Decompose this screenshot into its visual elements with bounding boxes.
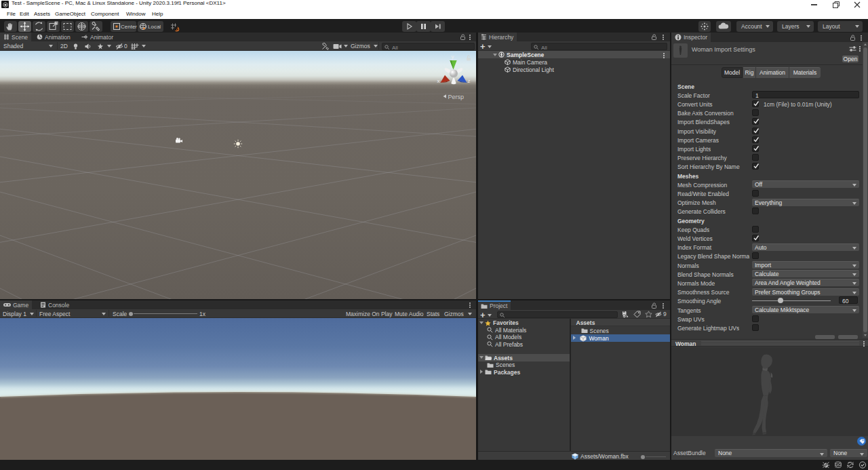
svg-text:z: z [468,78,471,84]
svg-text:x: x [437,78,440,84]
svg-text:Persp: Persp [448,94,465,100]
svg-text:y: y [452,54,454,60]
